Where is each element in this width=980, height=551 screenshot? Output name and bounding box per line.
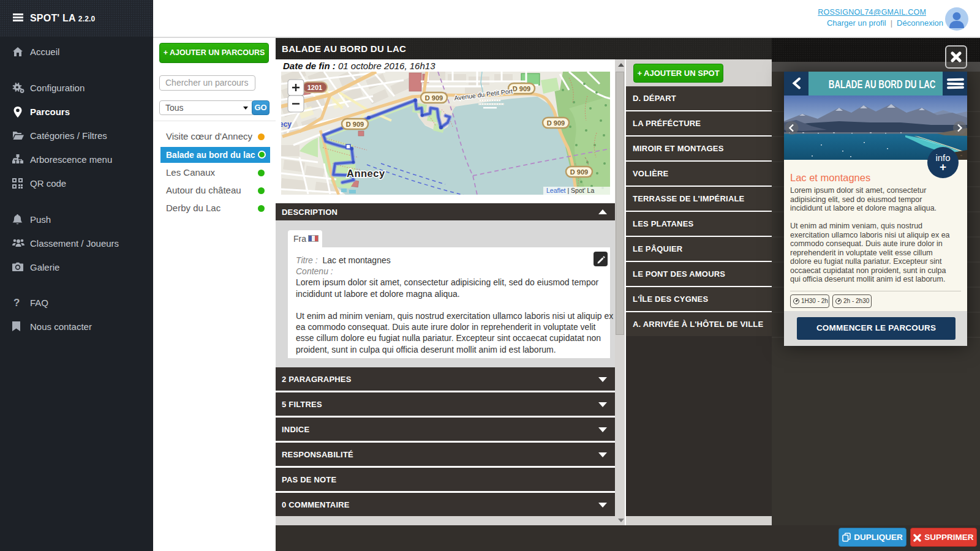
svg-text:Annecy: Annecy (347, 168, 385, 179)
svg-text:D 909: D 909 (425, 94, 443, 102)
svg-text:D 909: D 909 (346, 121, 364, 128)
svg-text:1201: 1201 (307, 84, 322, 91)
svg-text:Leaflet | Spot' La: Leaflet | Spot' La (546, 187, 594, 194)
svg-text:ecy: ecy (281, 120, 292, 129)
svg-text:D 909: D 909 (513, 85, 530, 92)
svg-text:D 909: D 909 (547, 119, 565, 127)
svg-text:D 909: D 909 (570, 168, 588, 176)
